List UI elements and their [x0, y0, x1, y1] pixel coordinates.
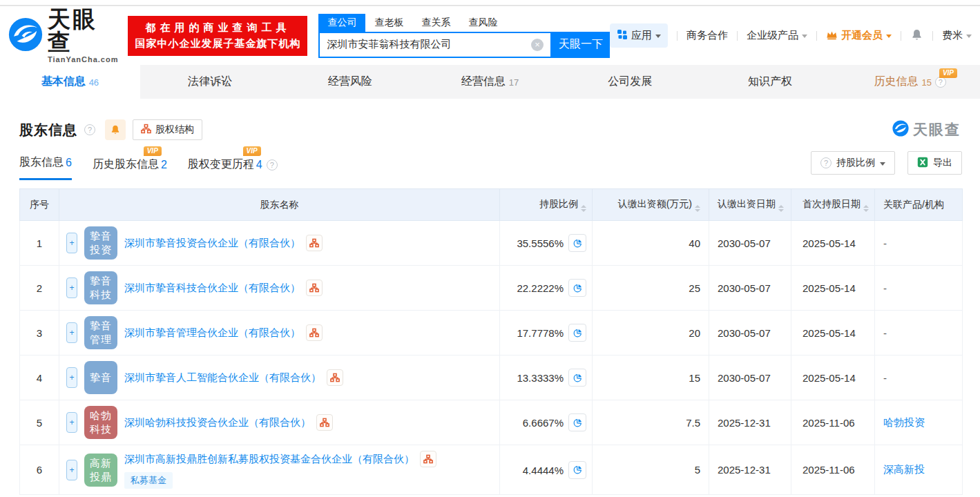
tab-history-info[interactable]: VIP 历史信息 15 ?	[840, 65, 980, 99]
pie-chart-icon[interactable]	[568, 413, 586, 431]
notifications-button[interactable]	[910, 28, 923, 43]
equity-structure-icon[interactable]	[306, 280, 323, 296]
ratio-value: 4.4444%	[523, 464, 564, 476]
shareholder-avatar[interactable]: 挚音 投资	[84, 226, 117, 260]
shareholder-name-link[interactable]: 深圳市挚音人工智能合伙企业（有限合伙）	[124, 371, 321, 384]
enterprise-label: 企业级产品	[747, 29, 798, 42]
search-area: 查公司 查老板 查关系 查风险 × 天眼一下	[318, 14, 610, 58]
tab-operation-risk[interactable]: 经营风险	[280, 65, 420, 99]
subtab-label: 股权变更历程	[188, 157, 254, 172]
ratio-value: 22.2222%	[517, 282, 564, 294]
pie-chart-icon[interactable]	[568, 461, 586, 479]
expand-button[interactable]: +	[66, 322, 77, 343]
subtab-equity-change-history[interactable]: VIP 股权变更历程 4 ?	[188, 145, 278, 180]
shareholder-name-link[interactable]: 深圳市挚音科技合伙企业（有限合伙）	[124, 282, 300, 295]
search-tab-risk[interactable]: 查风险	[459, 14, 506, 32]
pie-chart-icon[interactable]	[568, 369, 586, 387]
expand-button[interactable]: +	[66, 460, 77, 480]
search-submit-button[interactable]: 天眼一下	[552, 32, 610, 58]
shareholding-ratio-dropdown[interactable]: ? 持股比例	[811, 151, 895, 175]
shareholder-avatar[interactable]: 挚音 管理	[84, 316, 117, 349]
tab-basic-info[interactable]: 基本信息 46	[0, 65, 140, 99]
shareholder-name-link[interactable]: 深圳市挚音管理合伙企业（有限合伙）	[124, 327, 300, 340]
tab-company-development[interactable]: 公司发展	[560, 65, 700, 99]
expand-button[interactable]: +	[66, 412, 77, 433]
apps-label: 应用	[631, 29, 652, 42]
site-header: 天眼查 TianYanCha.com 都在用的商业查询工具 国家中小企业发展子基…	[0, 6, 980, 65]
sort-icon[interactable]	[581, 205, 586, 212]
search-input[interactable]	[327, 39, 531, 50]
subtab-label: 股东信息	[19, 155, 64, 170]
table-row: 2 + 挚音 科技 深圳市挚音科技合伙企业（有限合伙）	[20, 266, 963, 311]
expand-button[interactable]: +	[66, 233, 77, 253]
col-ratio[interactable]: 持股比例	[500, 189, 593, 221]
shareholder-avatar[interactable]: 挚音 科技	[84, 271, 117, 304]
enterprise-products-menu[interactable]: 企业级产品	[747, 29, 807, 42]
shareholder-name-link[interactable]: 深圳哈勃科技投资合伙企业（有限合伙）	[124, 416, 311, 429]
nav-divider	[677, 31, 678, 41]
promo-banner[interactable]: 都在用的商业查询工具 国家中小企业发展子基金旗下机构	[128, 16, 307, 56]
site-logo[interactable]: 天眼查 TianYanCha.com	[8, 8, 118, 64]
avatar-line1: 挚音	[90, 229, 112, 243]
clear-search-icon[interactable]: ×	[531, 39, 544, 51]
pie-chart-icon[interactable]	[568, 234, 586, 252]
row-index: 3	[20, 311, 59, 355]
first-hold-date: 2025-11-06	[791, 445, 875, 495]
search-tab-company[interactable]: 查公司	[318, 14, 365, 32]
ratio-value: 13.3333%	[517, 372, 564, 384]
bell-icon	[910, 28, 923, 43]
col-first-date[interactable]: 首次持股日期	[791, 189, 875, 221]
subtab-count: 6	[66, 157, 72, 169]
subtab-history-shareholders[interactable]: VIP 历史股东信息 2	[93, 145, 167, 180]
business-cooperation-link[interactable]: 商务合作	[686, 29, 728, 42]
search-tab-boss[interactable]: 查老板	[365, 14, 412, 32]
pie-chart-icon[interactable]	[568, 279, 586, 297]
sort-icon[interactable]	[695, 205, 700, 212]
tab-business-info[interactable]: 经营信息 17	[420, 65, 560, 99]
user-menu[interactable]: 费米	[942, 29, 972, 42]
nav-divider	[737, 31, 738, 41]
help-icon[interactable]: ?	[267, 159, 278, 170]
shareholder-avatar[interactable]: 高新 投鼎	[84, 454, 117, 487]
expand-button[interactable]: +	[66, 277, 77, 298]
equity-structure-icon[interactable]	[420, 451, 436, 467]
tab-legal-litigation[interactable]: 法律诉讼	[140, 65, 280, 99]
related-product: -	[883, 372, 887, 384]
equity-structure-icon[interactable]	[316, 414, 333, 431]
expand-button[interactable]: +	[66, 367, 77, 388]
col-amount[interactable]: 认缴出资额(万元)	[593, 189, 709, 221]
help-icon[interactable]: ?	[84, 124, 95, 135]
shareholder-name-link[interactable]: 深圳市挚音投资合伙企业（有限合伙）	[124, 237, 300, 250]
export-button[interactable]: 导出	[907, 151, 962, 175]
avatar-line1: 挚音	[90, 274, 112, 288]
amount-value: 20	[593, 311, 709, 355]
search-tab-relation[interactable]: 查关系	[412, 14, 459, 32]
avatar-line2: 科技	[90, 288, 112, 302]
org-chart-icon	[141, 124, 151, 136]
shareholder-avatar[interactable]: 挚音	[84, 361, 117, 394]
equity-structure-icon[interactable]	[327, 369, 343, 386]
subtab-count: 4	[256, 159, 262, 171]
equity-structure-icon[interactable]	[306, 324, 323, 341]
shareholder-avatar[interactable]: 哈勃 科技	[84, 406, 117, 439]
equity-structure-button[interactable]: 股权结构	[133, 119, 202, 140]
chevron-down-icon	[655, 35, 661, 38]
sort-icon[interactable]	[863, 205, 869, 212]
tianyancha-logo-icon	[8, 17, 43, 55]
pie-chart-icon[interactable]	[568, 324, 586, 342]
open-vip-menu[interactable]: 开通会员	[826, 29, 892, 42]
shareholder-name-link[interactable]: 深圳市高新投鼎胜创新私募股权投资基金合伙企业（有限合伙）	[124, 453, 414, 466]
first-hold-date: 2025-11-06	[791, 400, 875, 445]
col-subscribe-date[interactable]: 认缴出资日期	[709, 189, 791, 221]
equity-structure-icon[interactable]	[306, 235, 323, 251]
equity-structure-label: 股权结构	[155, 124, 194, 136]
related-product: -	[883, 237, 887, 249]
row-index: 5	[20, 400, 59, 445]
top-divider	[0, 0, 980, 6]
subtab-shareholders[interactable]: 股东信息 6	[19, 143, 72, 180]
apps-menu[interactable]: 应用	[610, 23, 668, 48]
tab-intellectual-property[interactable]: 知识产权	[700, 65, 840, 99]
monitor-bell-button[interactable]	[105, 119, 126, 140]
top-nav: 应用 商务合作 企业级产品 开通会员 费米	[610, 23, 972, 48]
sort-icon[interactable]	[778, 205, 784, 212]
